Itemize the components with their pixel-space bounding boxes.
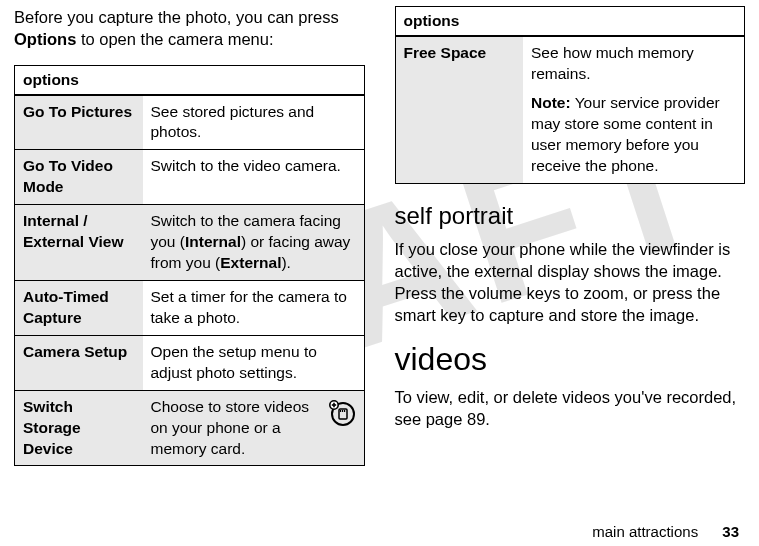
option-label: Auto-Timed Capture [15,280,143,335]
svg-rect-4 [344,410,345,412]
page-content: Before you capture the photo, you can pr… [0,0,759,466]
free-space-desc: See how much memory remains. [531,43,736,85]
option-desc: Switch to the camera facing you (Interna… [143,205,365,281]
memory-card-icon [328,399,356,433]
option-desc: See how much memory remains. Note: Your … [523,36,745,183]
left-column: Before you capture the photo, you can pr… [14,6,365,466]
options-header-right: options [395,7,745,37]
options-table-right: options Free Space See how much memory r… [395,6,746,184]
option-label: Camera Setup [15,335,143,390]
table-row: Internal / External View Switch to the c… [15,205,365,281]
option-desc: Choose to store videos on your phone or … [143,390,365,466]
table-row: Go To Pictures See stored pictures and p… [15,95,365,150]
heading-videos: videos [395,341,746,378]
options-table-left: options Go To Pictures See stored pictur… [14,65,365,467]
footer-section-title: main attractions [592,523,698,540]
page-footer: main attractions 33 [592,523,739,540]
option-label: Free Space [395,36,523,183]
note-label: Note: [531,94,571,111]
table-row: Auto-Timed Capture Set a timer for the c… [15,280,365,335]
table-row: Go To Video Mode Switch to the video cam… [15,150,365,205]
desc-bold-external: External [220,254,281,271]
right-column: options Free Space See how much memory r… [395,6,746,466]
option-desc: Set a timer for the camera to take a pho… [143,280,365,335]
desc-bold-internal: Internal [185,233,241,250]
desc-text: Choose to store videos on your phone or … [151,398,310,457]
svg-rect-3 [342,410,343,412]
table-row: Free Space See how much memory remains. … [395,36,745,183]
intro-options-key: Options [14,30,76,48]
intro-text-post: to open the camera menu: [76,30,273,48]
intro-paragraph: Before you capture the photo, you can pr… [14,6,365,51]
footer-page-number: 33 [722,523,739,540]
heading-self-portrait: self portrait [395,202,746,230]
intro-text-pre: Before you capture the photo, you can pr… [14,8,339,26]
table-row: Camera Setup Open the setup menu to adju… [15,335,365,390]
option-label: Switch Storage Device [15,390,143,466]
paragraph-videos: To view, edit, or delete videos you've r… [395,386,746,431]
option-desc: See stored pictures and photos. [143,95,365,150]
option-label: Go To Pictures [15,95,143,150]
option-desc: Open the setup menu to adjust photo sett… [143,335,365,390]
free-space-note: Note: Your service provider may store so… [531,93,736,177]
option-label: Go To Video Mode [15,150,143,205]
option-label: Internal / External View [15,205,143,281]
options-header-left: options [15,65,365,95]
svg-rect-2 [340,410,341,412]
paragraph-self-portrait: If you close your phone while the viewfi… [395,238,746,327]
option-desc: Switch to the video camera. [143,150,365,205]
desc-text: ). [281,254,290,271]
table-row: Switch Storage Device [15,390,365,466]
